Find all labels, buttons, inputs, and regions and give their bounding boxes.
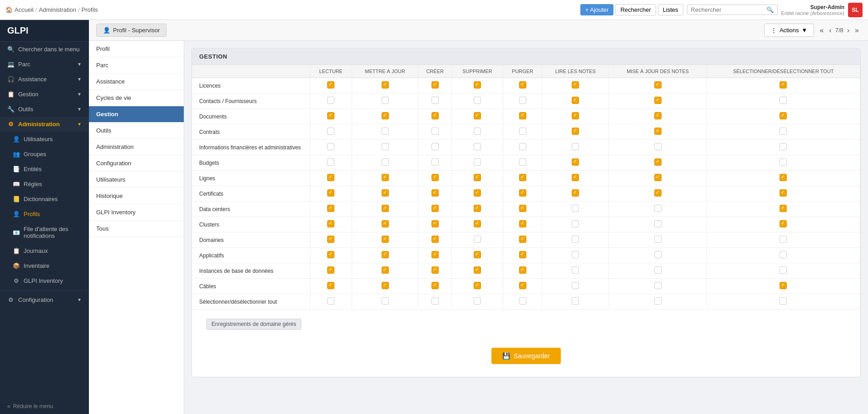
- sidebar-item-inventaire[interactable]: 📦 Inventaire: [0, 258, 89, 273]
- avatar[interactable]: SL: [848, 3, 863, 17]
- permission-cell-maj[interactable]: [352, 171, 418, 186]
- permission-cell-lecture[interactable]: [310, 78, 352, 94]
- checkbox-purger[interactable]: [519, 297, 526, 305]
- checkbox-select_all[interactable]: [780, 97, 787, 104]
- breadcrumb-administration[interactable]: Administration: [39, 6, 76, 13]
- permission-cell-purger[interactable]: [503, 109, 542, 124]
- checkbox-select_all[interactable]: [780, 128, 787, 135]
- permission-cell-maj[interactable]: [352, 294, 418, 310]
- checkbox-maj[interactable]: [382, 158, 389, 166]
- permission-cell-lecture[interactable]: [310, 171, 352, 186]
- checkbox-maj[interactable]: [382, 174, 389, 181]
- permission-cell-purger[interactable]: [503, 279, 542, 294]
- checkbox-maj_notes[interactable]: [654, 174, 662, 181]
- permission-cell-purger[interactable]: [503, 171, 542, 186]
- permission-cell-supprimer[interactable]: [452, 279, 503, 294]
- checkbox-creer[interactable]: [432, 205, 439, 212]
- actions-button[interactable]: ⋮ Actions ▼: [764, 24, 814, 37]
- permission-cell-select_all[interactable]: [706, 124, 860, 140]
- checkbox-select_all[interactable]: [780, 297, 787, 305]
- checkbox-supprimer[interactable]: [474, 112, 481, 119]
- permission-cell-creer[interactable]: [418, 109, 452, 124]
- checkbox-maj[interactable]: [382, 266, 389, 274]
- checkbox-lecture[interactable]: [327, 266, 334, 274]
- checkbox-lecture[interactable]: [327, 158, 334, 166]
- checkbox-purger[interactable]: [519, 251, 526, 258]
- permission-cell-maj_notes[interactable]: [609, 279, 707, 294]
- checkbox-creer[interactable]: [432, 251, 439, 258]
- permission-cell-supprimer[interactable]: [452, 124, 503, 140]
- permission-cell-purger[interactable]: [503, 155, 542, 171]
- checkbox-creer[interactable]: [432, 266, 439, 274]
- checkbox-select_all[interactable]: [780, 112, 787, 119]
- sidebar-item-regles[interactable]: 📖 Règles: [0, 177, 89, 192]
- left-menu-cycles-de-vie[interactable]: Cycles de vie: [89, 90, 184, 106]
- checkbox-lecture[interactable]: [327, 236, 334, 243]
- permission-cell-select_all[interactable]: [706, 186, 860, 202]
- checkbox-lire_notes[interactable]: [572, 282, 579, 289]
- permission-cell-select_all[interactable]: [706, 94, 860, 109]
- checkbox-creer[interactable]: [432, 81, 439, 89]
- permission-cell-lire_notes[interactable]: [542, 202, 609, 217]
- permission-cell-lecture[interactable]: [310, 279, 352, 294]
- left-menu-tous[interactable]: Tous: [89, 221, 184, 237]
- checkbox-purger[interactable]: [519, 282, 526, 289]
- checkbox-supprimer[interactable]: [474, 97, 481, 104]
- permission-cell-creer[interactable]: [418, 186, 452, 202]
- permission-cell-supprimer[interactable]: [452, 232, 503, 248]
- permission-cell-maj[interactable]: [352, 155, 418, 171]
- permission-cell-maj_notes[interactable]: [609, 232, 707, 248]
- sidebar-item-groupes[interactable]: 👥 Groupes: [0, 147, 89, 162]
- checkbox-lecture[interactable]: [327, 251, 334, 258]
- permission-cell-maj[interactable]: [352, 232, 418, 248]
- checkbox-supprimer[interactable]: [474, 174, 481, 181]
- permission-cell-lire_notes[interactable]: [542, 140, 609, 155]
- checkbox-lire_notes[interactable]: [572, 143, 579, 150]
- permission-cell-purger[interactable]: [503, 217, 542, 232]
- lists-button[interactable]: Listes: [658, 4, 683, 15]
- checkbox-lire_notes[interactable]: [572, 266, 579, 274]
- prev-page-button[interactable]: ‹: [827, 25, 833, 35]
- checkbox-lire_notes[interactable]: [572, 81, 579, 89]
- permission-cell-lire_notes[interactable]: [542, 248, 609, 263]
- checkbox-lecture[interactable]: [327, 128, 334, 135]
- checkbox-select_all[interactable]: [780, 266, 787, 274]
- permission-cell-maj_notes[interactable]: [609, 294, 707, 310]
- permission-cell-lire_notes[interactable]: [542, 232, 609, 248]
- permission-cell-supprimer[interactable]: [452, 140, 503, 155]
- checkbox-lecture[interactable]: [327, 143, 334, 150]
- checkbox-select_all[interactable]: [780, 282, 787, 289]
- left-menu-parc[interactable]: Parc: [89, 57, 184, 74]
- permission-cell-creer[interactable]: [418, 94, 452, 109]
- permission-cell-purger[interactable]: [503, 294, 542, 310]
- checkbox-maj_notes[interactable]: [654, 282, 662, 289]
- permission-cell-maj_notes[interactable]: [609, 109, 707, 124]
- checkbox-creer[interactable]: [432, 174, 439, 181]
- permission-cell-supprimer[interactable]: [452, 78, 503, 94]
- save-button[interactable]: 💾 Sauvegarder: [491, 348, 561, 364]
- permission-cell-lire_notes[interactable]: [542, 217, 609, 232]
- checkbox-lecture[interactable]: [327, 174, 334, 181]
- permission-cell-maj[interactable]: [352, 248, 418, 263]
- breadcrumb-accueil[interactable]: Accueil: [15, 6, 34, 13]
- checkbox-maj[interactable]: [382, 128, 389, 135]
- add-button[interactable]: + Ajouter: [580, 4, 614, 15]
- breadcrumb-profils[interactable]: Profils: [82, 6, 98, 13]
- permission-cell-purger[interactable]: [503, 124, 542, 140]
- checkbox-select_all[interactable]: [780, 236, 787, 243]
- permission-cell-supprimer[interactable]: [452, 155, 503, 171]
- sidebar-item-glpi-inventory[interactable]: ⚙ GLPI Inventory: [0, 273, 89, 288]
- permission-cell-maj_notes[interactable]: [609, 171, 707, 186]
- permission-cell-supprimer[interactable]: [452, 248, 503, 263]
- permission-cell-lire_notes[interactable]: [542, 124, 609, 140]
- checkbox-supprimer[interactable]: [474, 143, 481, 150]
- checkbox-select_all[interactable]: [780, 174, 787, 181]
- checkbox-supprimer[interactable]: [474, 266, 481, 274]
- checkbox-lecture[interactable]: [327, 97, 334, 104]
- checkbox-lecture[interactable]: [327, 282, 334, 289]
- permission-cell-select_all[interactable]: [706, 155, 860, 171]
- permission-cell-maj[interactable]: [352, 217, 418, 232]
- permission-cell-creer[interactable]: [418, 232, 452, 248]
- next-page-button[interactable]: ›: [845, 25, 851, 35]
- checkbox-maj_notes[interactable]: [654, 143, 662, 150]
